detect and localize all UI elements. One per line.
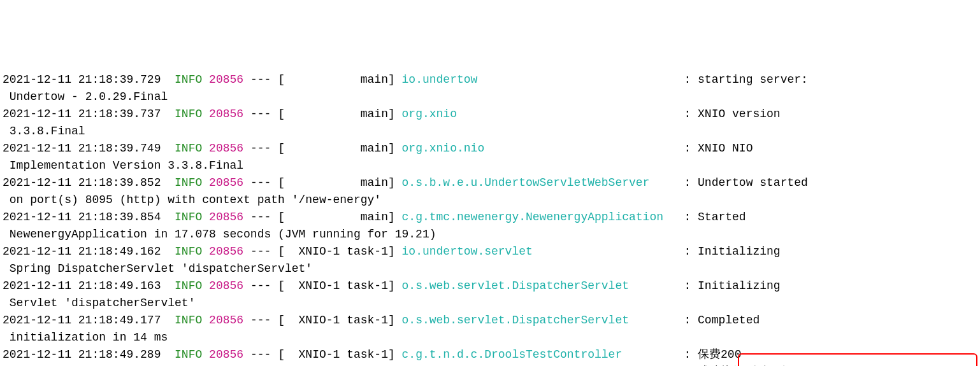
log-message: starting server: [698,73,808,86]
thread-name: [ main] [278,73,401,86]
separator: --- [243,314,278,327]
separator: --- [243,348,278,361]
log-continuation: initialization in 14 ms [3,329,977,346]
colon-separator: : [677,245,698,258]
log-line: 2021-12-11 21:18:39.854 INFO 20856 --- [… [3,209,977,226]
log-level: INFO [175,348,202,361]
log-continuation: Spring DispatcherServlet 'dispatcherServ… [3,260,977,278]
log-level: INFO [175,176,202,189]
logger-name: io.undertow.servlet [402,245,677,258]
log-line: 2021-12-11 21:18:39.852 INFO 20856 --- [… [3,174,977,192]
log-line: 2021-12-11 21:18:49.294 INFO 20856 --- [… [3,363,977,366]
log-line: 2021-12-11 21:18:49.289 INFO 20856 --- [… [3,346,977,363]
log-line: 2021-12-11 21:18:39.749 INFO 20856 --- [… [3,140,977,157]
thread-name: [ main] [278,108,401,120]
log-message: XNIO NIO [698,142,753,155]
timestamp: 2021-12-11 21:18:49.289 [3,348,161,361]
log-message: Started [698,211,746,223]
timestamp: 2021-12-11 21:18:49.162 [3,245,161,258]
continuation-text: 3.3.8.Final [3,125,85,137]
colon-separator: : [677,176,698,189]
log-message: Completed [698,314,760,327]
process-id: 20856 [209,211,243,223]
separator: --- [243,142,278,155]
process-id: 20856 [209,73,243,86]
log-continuation: Implementation Version 3.3.8.Final [3,157,977,174]
continuation-text: Undertow - 2.0.29.Final [3,90,168,103]
log-message: XNIO version [698,108,781,120]
thread-name: [ main] [278,211,401,223]
separator: --- [243,245,278,258]
log-continuation: NewenergyApplication in 17.078 seconds (… [3,226,977,243]
log-message: Undertow started [698,176,808,189]
colon-separator: : [677,348,698,361]
logger-name: o.s.b.w.e.u.UndertowServletWebServer [402,176,677,189]
process-id: 20856 [209,108,243,120]
log-continuation: 3.3.8.Final [3,123,977,140]
continuation-text: on port(s) 8095 (http) with context path… [3,194,381,206]
log-continuation: Servlet 'dispatcherServlet' [3,295,977,312]
thread-name: [ main] [278,142,401,155]
thread-name: [ XNIO-1 task-1] [278,279,401,292]
log-line: 2021-12-11 21:18:49.162 INFO 20856 --- [… [3,243,977,260]
colon-separator: : [677,73,698,86]
log-level: INFO [175,245,202,258]
logger-name: c.g.t.n.d.c.DroolsTestController [402,348,677,361]
timestamp: 2021-12-11 21:18:39.852 [3,176,161,189]
logger-name: o.s.web.servlet.DispatcherServlet [402,279,677,292]
log-line: 2021-12-11 21:18:39.729 INFO 20856 --- [… [3,71,977,88]
timestamp: 2021-12-11 21:18:39.854 [3,211,161,223]
timestamp: 2021-12-11 21:18:49.163 [3,279,161,292]
logger-name: o.s.web.servlet.DispatcherServlet [402,314,677,327]
colon-separator: : [677,211,698,223]
separator: --- [243,211,278,223]
thread-name: [ XNIO-1 task-1] [278,245,401,258]
separator: --- [243,108,278,120]
colon-separator: : [677,314,698,327]
logger-name: io.undertow [402,73,677,86]
timestamp: 2021-12-11 21:18:39.729 [3,73,161,86]
process-id: 20856 [209,279,243,292]
continuation-text: Spring DispatcherServlet 'dispatcherServ… [3,262,312,275]
separator: --- [243,279,278,292]
colon-separator: : [677,142,698,155]
log-message: Initializing [698,279,781,292]
colon-separator: : [677,108,698,120]
log-message: 保费200 [698,348,741,361]
separator: --- [243,176,278,189]
log-line: 2021-12-11 21:18:39.737 INFO 20856 --- [… [3,106,977,123]
process-id: 20856 [209,142,243,155]
thread-name: [ XNIO-1 task-1] [278,348,401,361]
thread-name: [ main] [278,176,401,189]
timestamp: 2021-12-11 21:18:39.749 [3,142,161,155]
process-id: 20856 [209,314,243,327]
log-level: INFO [175,211,202,223]
log-level: INFO [175,73,202,86]
continuation-text: initialization in 14 ms [3,331,168,344]
colon-separator: : [677,279,698,292]
log-level: INFO [175,279,202,292]
log-continuation: on port(s) 8095 (http) with context path… [3,192,977,209]
process-id: 20856 [209,348,243,361]
timestamp: 2021-12-11 21:18:39.737 [3,108,161,120]
process-id: 20856 [209,176,243,189]
log-line: 2021-12-11 21:18:49.177 INFO 20856 --- [… [3,312,977,329]
log-level: INFO [175,314,202,327]
log-message: Initializing [698,245,781,258]
logger-name: c.g.tmc.newenergy.NewenergyApplication [402,211,677,223]
logger-name: org.xnio.nio [402,142,677,155]
separator: --- [243,73,278,86]
continuation-text: NewenergyApplication in 17.078 seconds (… [3,228,436,241]
thread-name: [ XNIO-1 task-1] [278,314,401,327]
log-continuation: Undertow - 2.0.29.Final [3,88,977,106]
logger-name: org.xnio [402,108,677,120]
continuation-text: Servlet 'dispatcherServlet' [3,297,195,309]
timestamp: 2021-12-11 21:18:49.177 [3,314,161,327]
continuation-text: Implementation Version 3.3.8.Final [3,159,243,172]
log-line: 2021-12-11 21:18:49.163 INFO 20856 --- [… [3,278,977,295]
process-id: 20856 [209,245,243,258]
log-output: 2021-12-11 21:18:39.729 INFO 20856 --- [… [3,71,977,366]
log-level: INFO [175,142,202,155]
log-level: INFO [175,108,202,120]
